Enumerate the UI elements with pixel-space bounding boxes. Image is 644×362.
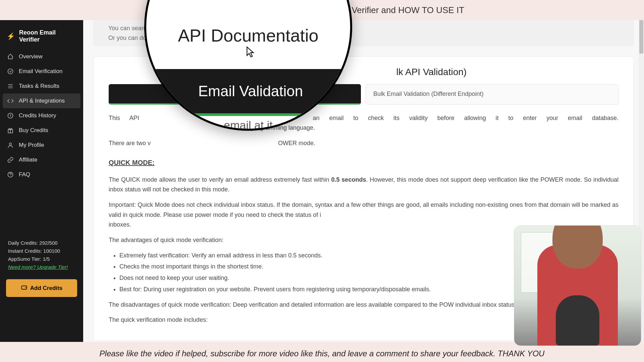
presenter-webcam [514, 225, 641, 346]
magnified-heading: API Documentatio [146, 25, 350, 46]
nav-label: Tasks & Results [19, 83, 59, 89]
magnified-tab-text: Email Validation [198, 83, 303, 100]
presenter-person [514, 226, 641, 346]
appsumo-tier: AppSumo Tier: 1/5 [8, 255, 75, 263]
sidebar: ⚡ Reoon Email Verifier Overview Email Ve… [0, 20, 83, 342]
svg-point-0 [8, 69, 13, 74]
nav-overview[interactable]: Overview [0, 49, 83, 64]
code-icon [7, 98, 14, 104]
nav-buy-credits[interactable]: Buy Credits [0, 123, 83, 138]
nav-label: Email Verification [19, 68, 62, 75]
nav-api-integrations[interactable]: API & Integrations [3, 94, 80, 108]
add-credits-label: Add Credits [30, 285, 62, 292]
brand[interactable]: ⚡ Reoon Email Verifier [0, 25, 83, 49]
cursor-icon [246, 46, 255, 59]
history-icon [7, 112, 14, 119]
nav-label: API & Integrations [19, 98, 65, 104]
bolt-icon: ⚡ [7, 32, 15, 40]
home-icon [7, 53, 14, 60]
nav: Overview Email Verification Tasks & Resu… [0, 49, 83, 182]
nav-credits-history[interactable]: Credits History [0, 108, 83, 123]
quick-mode-heading: QUICK MODE: [109, 157, 155, 168]
nav-label: My Profile [19, 142, 44, 148]
list-icon [7, 83, 14, 89]
svg-point-3 [9, 143, 12, 145]
gift-icon [7, 127, 14, 134]
user-icon [7, 142, 14, 148]
nav-faq[interactable]: FAQ [0, 167, 83, 182]
add-credits-button[interactable]: Add Credits [6, 279, 77, 297]
daily-credits: Daily Credits: 292/500 [8, 239, 75, 247]
doc-title-visible: lk API Validation) [396, 67, 467, 77]
upgrade-link[interactable]: Need more? Upgrade Tier! [8, 264, 68, 270]
nav-label: Credits History [19, 112, 56, 119]
tab-bulk-label: Bulk Email Validation (Different Endpoin… [373, 90, 484, 97]
wallet-icon [21, 284, 28, 292]
tab-bulk-validation[interactable]: Bulk Email Validation (Different Endpoin… [366, 84, 619, 105]
help-icon [7, 171, 14, 178]
bottom-banner-text: Please like the video if helped, subscri… [100, 349, 545, 358]
nav-email-verification[interactable]: Email Verification [0, 64, 83, 79]
instant-credits: Instant Credits: 100100 [8, 247, 75, 255]
nav-tasks-results[interactable]: Tasks & Results [0, 79, 83, 94]
nav-my-profile[interactable]: My Profile [0, 138, 83, 153]
nav-affiliate[interactable]: Affiliate [0, 153, 83, 167]
check-circle-icon [7, 68, 14, 75]
doc-p2: There are two v OWER mode. [109, 138, 619, 148]
microphone-icon [556, 295, 599, 346]
nav-label: Affiliate [19, 157, 37, 163]
scrollbar-thumb[interactable] [639, 20, 643, 54]
doc-p3: The QUICK mode allows the user to verify… [109, 175, 619, 195]
brand-name: Reoon Email Verifier [19, 29, 76, 43]
nav-label: Buy Credits [19, 127, 48, 134]
doc-p1: This API an email to check its validity … [109, 113, 619, 133]
link-icon [7, 157, 14, 163]
nav-label: FAQ [19, 171, 30, 178]
credits-info: Daily Credits: 292/500 Instant Credits: … [0, 239, 83, 275]
nav-label: Overview [19, 53, 43, 60]
bottom-banner: Please like the video if helped, subscri… [0, 345, 644, 362]
